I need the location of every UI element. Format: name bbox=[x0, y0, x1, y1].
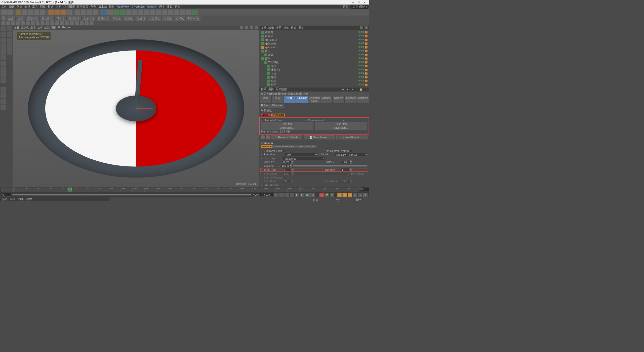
mode-poly-icon[interactable] bbox=[1, 55, 6, 60]
menu-volume[interactable]: 体积 bbox=[56, 5, 61, 9]
menu-create[interactable]: 创建 bbox=[17, 5, 22, 9]
object-row[interactable]: 圆柱 bbox=[259, 64, 369, 68]
vp-camera[interactable]: 摄像机 bbox=[21, 26, 29, 29]
lt-move-icon[interactable] bbox=[7, 49, 12, 55]
prev-frame-icon[interactable]: ◄ bbox=[285, 193, 289, 197]
volume-icon[interactable] bbox=[174, 10, 179, 15]
mod-1-icon[interactable] bbox=[2, 21, 5, 25]
em-tab-tp[interactable]: Thinking Particles bbox=[295, 145, 317, 148]
em-tab-emission[interactable]: Emission bbox=[261, 145, 272, 148]
mod-7-icon[interactable] bbox=[31, 21, 35, 25]
mode-point-icon[interactable] bbox=[1, 43, 6, 49]
anim-mode-icon[interactable]: ⊞ bbox=[363, 193, 368, 197]
menu-realflow[interactable]: RealFlow bbox=[117, 5, 129, 8]
duration-input[interactable] bbox=[341, 168, 350, 172]
emission-select[interactable]: Shot bbox=[285, 153, 317, 156]
mode-extra3-icon[interactable] bbox=[1, 99, 6, 104]
mode-object-icon[interactable] bbox=[1, 38, 6, 43]
lt-lasso-icon[interactable] bbox=[7, 38, 12, 43]
mod-13-icon[interactable] bbox=[60, 21, 64, 25]
mod-17-icon[interactable] bbox=[80, 21, 84, 25]
psr-icon[interactable] bbox=[156, 10, 161, 15]
mode-workplane-icon[interactable] bbox=[1, 78, 6, 83]
video-icon[interactable] bbox=[266, 136, 270, 139]
om-search-icon[interactable] bbox=[360, 26, 363, 29]
subtool-cone[interactable]: 圆锥体域 bbox=[67, 16, 81, 21]
pos-key-icon[interactable]: P bbox=[337, 193, 342, 197]
attr-fwd-icon[interactable]: ► bbox=[346, 88, 349, 91]
goto-start-icon[interactable]: |◄ bbox=[274, 193, 278, 197]
subtool-null[interactable]: 空白 bbox=[16, 16, 24, 21]
object-row[interactable]: 中间转盘 bbox=[259, 61, 369, 64]
om-filter-icon[interactable] bbox=[365, 26, 368, 29]
mograph-icon[interactable] bbox=[168, 10, 173, 15]
attr-tab-modifiers[interactable]: Modifiers bbox=[357, 96, 369, 104]
menu-script[interactable]: 脚本 bbox=[159, 5, 165, 9]
subtool-python[interactable]: Python域 bbox=[186, 16, 200, 21]
lt-poly-icon[interactable] bbox=[7, 43, 12, 49]
mode-uv-icon[interactable] bbox=[1, 61, 6, 66]
status-texture[interactable]: 纹理 bbox=[26, 197, 32, 201]
menu-mesh[interactable]: 网格 bbox=[40, 5, 46, 9]
lock-x-icon[interactable] bbox=[49, 10, 54, 15]
close-icon[interactable]: ✕ bbox=[362, 0, 368, 5]
object-row[interactable]: xpFluidFX bbox=[259, 38, 369, 42]
compressed-checkbox[interactable] bbox=[343, 119, 345, 121]
attr-menu-icon[interactable]: ⋮ bbox=[365, 88, 368, 91]
lock-z-icon[interactable] bbox=[61, 10, 66, 15]
spline-primitive-icon[interactable] bbox=[107, 10, 113, 15]
record-icon[interactable]: ● bbox=[319, 193, 324, 197]
attr-tab-basic[interactable]: 基本 bbox=[259, 96, 271, 104]
menu-motiontrack[interactable]: 运动跟踪 bbox=[77, 5, 89, 9]
mode-extra1-icon[interactable] bbox=[1, 87, 6, 93]
mode-axis-icon[interactable] bbox=[1, 67, 6, 72]
subframe-checkbox[interactable] bbox=[283, 150, 285, 152]
object-row[interactable]: 粒子 bbox=[259, 83, 369, 87]
attr-tab-questions[interactable]: Questions bbox=[345, 96, 357, 104]
menu-plugins[interactable]: 插件 bbox=[109, 5, 115, 9]
subtool-sphere[interactable]: 球体域 bbox=[55, 16, 66, 21]
material-manager[interactable] bbox=[0, 201, 109, 202]
camera-icon[interactable] bbox=[144, 10, 149, 15]
menu-character[interactable]: 角色 bbox=[91, 5, 96, 9]
subtool-linear[interactable]: 线性域 bbox=[111, 16, 122, 21]
save-preset-button[interactable]: 💾 Save Preset... bbox=[304, 136, 335, 140]
attr-userdata[interactable]: 用户数据 bbox=[276, 88, 287, 92]
render-view-icon[interactable] bbox=[75, 10, 80, 15]
status-create[interactable]: 创建 bbox=[2, 197, 7, 201]
viewport[interactable]: 查看 摄像机 显示 选项 过滤 面板 ProRender bbox=[13, 26, 259, 187]
help-icon[interactable] bbox=[261, 136, 265, 139]
object-tree[interactable]: 容器内容器外xpFluidFXxpGravityxpEmitter备份容器空白中… bbox=[259, 30, 369, 87]
attr-back-icon[interactable]: ◄ bbox=[341, 88, 344, 91]
lt-rect-icon[interactable] bbox=[7, 32, 12, 37]
playstart-input[interactable] bbox=[2, 193, 12, 197]
mod-9-icon[interactable] bbox=[41, 21, 45, 25]
menu-pipeline[interactable]: 流水线 bbox=[98, 5, 107, 9]
mod-10-icon[interactable] bbox=[46, 21, 49, 25]
subtool-formula[interactable]: 公式域 bbox=[174, 16, 185, 21]
coord-sys-icon[interactable] bbox=[67, 10, 72, 15]
object-row[interactable]: 容器内 bbox=[259, 30, 369, 34]
nocontrol-checkbox[interactable] bbox=[350, 150, 352, 152]
attr-tab-emission[interactable]: Emission bbox=[296, 96, 308, 104]
mode-select[interactable]: Simulate (Legacy) bbox=[335, 153, 368, 156]
attr-tab-groups[interactable]: Groups bbox=[320, 96, 332, 104]
select-tool-icon[interactable] bbox=[16, 10, 21, 15]
menu-xparticles[interactable]: X-Particles bbox=[131, 5, 145, 8]
object-row[interactable]: xpEmitter bbox=[259, 46, 369, 49]
timeline-ruler[interactable]: 0204060801001201401601802002202402602803… bbox=[2, 187, 359, 192]
subtool-shader[interactable]: 着色器域 bbox=[148, 16, 161, 21]
rot-key-icon[interactable]: R bbox=[348, 193, 352, 197]
subtool-sound[interactable]: 声音域 bbox=[162, 16, 173, 21]
subtool-1-icon[interactable] bbox=[2, 16, 6, 20]
vp-nav2-icon[interactable] bbox=[245, 26, 248, 29]
mod-8-icon[interactable] bbox=[36, 21, 39, 25]
attr-tab-editing[interactable]: Editing bbox=[259, 103, 271, 108]
shottype-select[interactable]: Hexagonal bbox=[283, 157, 325, 160]
menu-mograph[interactable]: 运动图形 bbox=[63, 5, 75, 9]
layout-value[interactable]: 启动 (用户) bbox=[351, 5, 368, 9]
playrange-end[interactable] bbox=[252, 193, 262, 197]
shottime-input[interactable] bbox=[283, 168, 292, 172]
emitter-subtab[interactable]: Emitter bbox=[261, 114, 270, 116]
generator-icon[interactable] bbox=[114, 10, 119, 15]
